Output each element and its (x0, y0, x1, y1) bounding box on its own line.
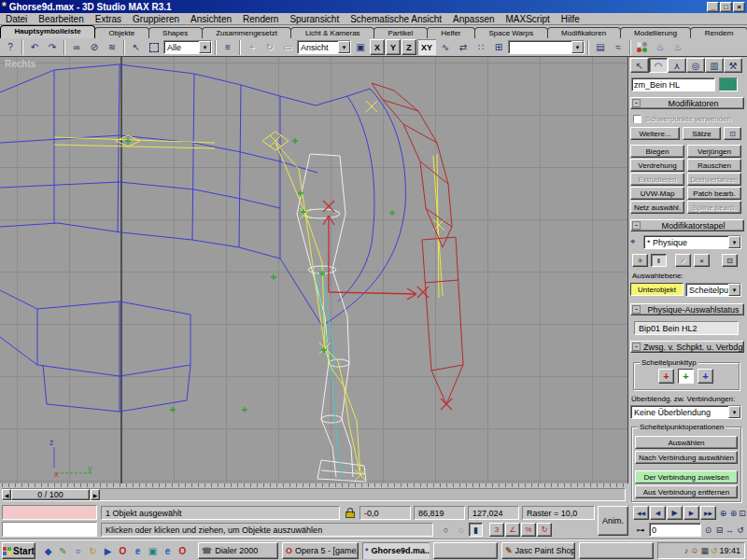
quicklaunch-opera2-icon[interactable]: O (176, 543, 190, 558)
pivot-center-button[interactable]: ▣ (352, 39, 369, 55)
selection-lock-icon[interactable] (345, 511, 355, 518)
pin-stack-icon[interactable]: ⌖ (630, 236, 642, 249)
quicklaunch-ie2-icon[interactable]: e (161, 543, 175, 558)
display-settings-icon[interactable]: ▦ (700, 546, 709, 555)
bind-to-spacewarp-button[interactable]: ≋ (104, 39, 120, 55)
active-toggle-button[interactable]: ☀ (632, 254, 648, 267)
y-coordinate-field[interactable]: 86,819 (414, 506, 465, 520)
restrict-y-button[interactable]: Y (386, 39, 401, 55)
tab-space-warps[interactable]: Space Warps (474, 27, 548, 38)
reference-coordinate-dropdown[interactable]: Ansicht ▾ (297, 40, 351, 54)
tab-objekte[interactable]: Objekte (94, 27, 149, 38)
tab-hauptsymbolleiste[interactable]: Hauptsymbolleiste (0, 25, 95, 38)
tab-modify[interactable]: ◠ (649, 58, 668, 73)
redo-button[interactable]: ↷ (44, 39, 61, 55)
remove-from-link-button[interactable]: Aus Verbindung entfernen (635, 485, 738, 498)
subobject-level-dropdown[interactable]: Scheitelpunkt ▾ (685, 283, 741, 297)
minimize-button[interactable]: _ (707, 2, 719, 12)
tab-partikel[interactable]: Partikel (374, 27, 428, 38)
blending-dropdown[interactable]: Keine Überblendung ▾ (630, 405, 741, 419)
tab-motion[interactable]: ◎ (686, 58, 705, 73)
array-button[interactable]: ∷ (472, 39, 489, 55)
volume-icon[interactable]: ♪ (684, 546, 689, 555)
task-untitled-1[interactable] (433, 542, 498, 559)
rollout-physique-auswahlstatus[interactable]: - Physique-Auswahlstatus (630, 303, 744, 315)
animate-button[interactable]: Anim. (598, 506, 628, 536)
region-zoom-button[interactable]: ⊟ (714, 523, 725, 537)
select-by-name-button[interactable]: ≡ (219, 39, 236, 55)
vertex-type-red-button[interactable]: + (658, 369, 674, 384)
tab-zusammengesetzt[interactable]: Zusammengesetzt (202, 27, 292, 38)
time-slider-handle[interactable]: 0 / 100 (11, 489, 90, 500)
close-button[interactable]: × (733, 2, 745, 12)
modifier-verdrehung-button[interactable]: Verdrehung (630, 159, 684, 172)
modifier-verjuengen-button[interactable]: Verjüngen (687, 145, 741, 158)
rotate-button[interactable]: ↻ (261, 39, 278, 55)
assign-to-link-button[interactable]: Der Verbindung zuweisen (635, 470, 738, 483)
rollout-modifikatoren[interactable]: - Modifikatoren (630, 97, 744, 109)
modifier-biegen-button[interactable]: Biegen (630, 145, 684, 158)
restrict-x-button[interactable]: X (370, 39, 385, 55)
menu-bearbeiten[interactable]: Bearbeiten (33, 14, 89, 24)
help-select-button[interactable]: ? (2, 39, 19, 55)
snap-percent-button[interactable]: % (521, 523, 536, 537)
viewport-rechts[interactable]: z x y Rechts (0, 57, 628, 483)
remove-modifier-button[interactable]: × (694, 254, 710, 267)
unlink-selection-button[interactable]: ⊘ (86, 39, 103, 55)
go-to-end-button[interactable]: ▶▶ (700, 506, 716, 520)
select-vertices-button[interactable]: Auswählen (635, 436, 738, 449)
modifier-sets-button[interactable]: Sätze (683, 127, 721, 140)
quicklaunch-icon-1[interactable]: ◆ (41, 543, 55, 558)
rollout-zuweisung[interactable]: - Zwsg. v. Schpkt. u. Verbdg. (630, 341, 744, 353)
menu-ansichten[interactable]: Ansichten (185, 14, 237, 24)
tab-helfer[interactable]: Helfer (427, 27, 475, 38)
quicklaunch-icon-4[interactable]: ↻ (86, 543, 100, 558)
tab-utilities[interactable]: ⚒ (724, 58, 742, 73)
modifier-patch-bearb-button[interactable]: Patch bearb. (687, 187, 741, 200)
menu-schematische-ansicht[interactable]: Schematische Ansicht (345, 14, 447, 24)
pan-button[interactable]: ↔ (725, 523, 735, 537)
rollout-modifikatorstapel[interactable]: - Modifikatorstapel (630, 219, 744, 231)
dotted-circle-button[interactable]: ◌ (454, 523, 468, 537)
menu-rendern[interactable]: Rendern (237, 14, 284, 24)
quicklaunch-icon-5[interactable]: ▶ (101, 543, 115, 558)
select-and-link-button[interactable]: ∞ (68, 39, 85, 55)
more-modifiers-button[interactable]: Weitere... (630, 127, 680, 140)
x-coordinate-field[interactable]: -0,0 (359, 506, 411, 520)
previous-frame-button[interactable]: ◀ (650, 506, 666, 520)
degradation-override-button[interactable]: ○ (439, 523, 453, 537)
time-forward-button[interactable]: ▶ (91, 489, 100, 500)
task-dialer-2000[interactable]: ☎ Dialer 2000 (198, 542, 278, 559)
menu-anpassen[interactable]: Anpassen (447, 14, 500, 24)
go-to-start-button[interactable]: ◀◀ (633, 506, 649, 520)
material-editor-button[interactable] (634, 39, 651, 55)
tab-rendern[interactable]: Rendern (690, 27, 747, 38)
restrict-xy-plane-button[interactable]: XY (417, 39, 436, 55)
undo-button[interactable]: ↶ (26, 39, 43, 55)
tab-hierarchy[interactable]: ⋏ (668, 58, 686, 73)
zoom-extents-button[interactable]: ⊡ (738, 506, 747, 520)
selection-region-button[interactable] (146, 39, 162, 55)
modifier-stack-dropdown[interactable]: * Physique ▾ (643, 235, 741, 249)
agent-icon[interactable]: ☺ (690, 546, 698, 555)
play-button[interactable]: ▶ (667, 506, 683, 520)
modifier-netz-auswahl-button[interactable]: Netz auswähl. (630, 201, 684, 214)
scale-button[interactable]: ▭ (279, 39, 296, 55)
start-button[interactable]: Start (2, 542, 35, 559)
select-object-button[interactable]: ↖ (128, 39, 145, 55)
menu-maxscript[interactable]: MAXScript (500, 14, 556, 24)
zoom-button[interactable]: ⊕ (718, 506, 728, 520)
shade-selected-button[interactable]: ▮ (469, 523, 483, 537)
menu-extras[interactable]: Extras (90, 14, 127, 24)
task-untitled-2[interactable] (579, 542, 654, 559)
snap-angle-button[interactable]: ∠ (505, 523, 520, 537)
maxscript-mini-listener[interactable] (2, 522, 97, 537)
z-coordinate-field[interactable]: 127,024 (468, 506, 519, 520)
selection-filter-dropdown[interactable]: Alle ▾ (163, 40, 212, 54)
object-name-field[interactable] (631, 77, 715, 91)
ik-toggle-button[interactable]: ∿ (437, 39, 454, 55)
stack-settings-button[interactable]: ⊡ (722, 254, 738, 267)
viewport-label[interactable]: Rechts (5, 59, 35, 69)
tab-create[interactable]: ↖ (630, 58, 649, 73)
menu-gruppieren[interactable]: Gruppieren (127, 14, 185, 24)
